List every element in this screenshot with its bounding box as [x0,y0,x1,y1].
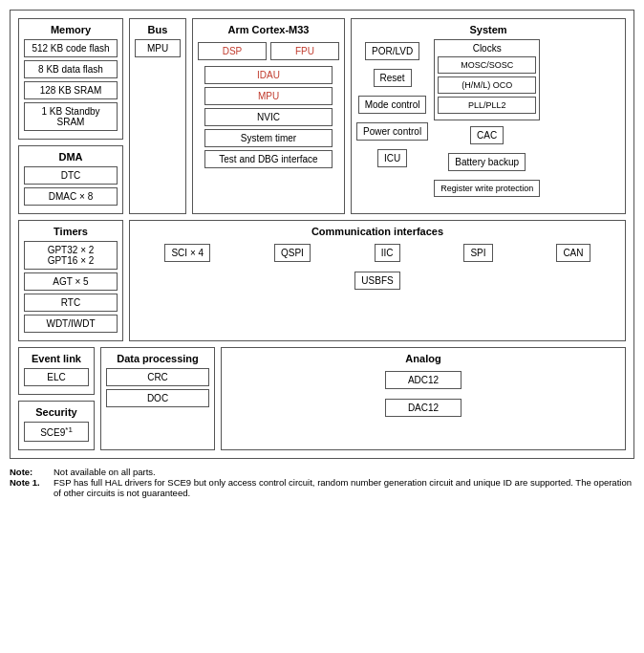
system-inner: POR/LVD Reset Mode control Power control… [356,39,620,200]
system-right-col: Clocks MOSC/SOSC (H/M/L) OCO PLL/PLL2 CA… [434,39,540,200]
sys-reset: Reset [374,69,412,87]
bus-item-0: MPU [135,39,181,57]
arm-systimer: System timer [204,129,332,147]
memory-item-2: 128 KB SRAM [24,81,118,99]
sys-porlvd: POR/LVD [365,42,419,60]
dma-section: DMA DTC DMAC × 8 [18,145,123,214]
left-bottom-stack: Event link ELC Security SCE9*1 [18,347,95,450]
analog-adc12: ADC12 [385,371,462,389]
main-diagram: Memory 512 KB code flash 8 KB data flash… [10,10,634,459]
top-row: Memory 512 KB code flash 8 KB data flash… [18,18,626,214]
sys-battery-backup: Battery backup [448,153,526,171]
event-title: Event link [24,353,89,364]
note-text: Not available on all parts. [54,467,156,477]
note1-row: Note 1. FSP has full HAL drivers for SCE… [10,477,634,498]
timers-section: Timers GPT32 × 2 GPT16 × 2 AGT × 5 RTC W… [18,220,123,341]
comm-iic: IIC [375,244,400,262]
sys-icu: ICU [377,149,407,167]
timers-title: Timers [24,226,118,237]
comm-can: CAN [556,244,590,262]
arm-nvic: NVIC [204,108,332,126]
timers-item-0: GPT32 × 2 GPT16 × 2 [24,241,118,270]
security-title: Security [24,406,89,418]
bus-title: Bus [135,24,181,35]
note1-text: FSP has full HAL drivers for SCE9 but on… [54,477,634,498]
system-left-col: POR/LVD Reset Mode control Power control… [356,39,428,200]
data-proc-crc: CRC [106,368,209,386]
analog-inner: ADC12 DAC12 [226,368,620,420]
sys-power-control: Power control [356,122,428,141]
comm-row1: SCI × 4 QSPI IIC SPI CAN [135,241,620,265]
memory-item-3: 1 KB Standby SRAM [24,102,118,131]
memory-item-1: 8 KB data flash [24,60,118,78]
arm-testdbg: Test and DBG interface [204,150,332,168]
sys-mosc: MOSC/SOSC [438,56,536,74]
timers-item-2: RTC [24,294,118,312]
data-proc-title: Data processing [106,353,209,364]
timers-item-3: WDT/IWDT [24,315,118,333]
note-label: Note: [10,467,48,477]
sys-reg-write-prot: Register write protection [434,180,540,197]
arm-title: Arm Cortex-M33 [198,24,339,35]
memory-item-0: 512 KB code flash [24,39,118,57]
memory-title: Memory [24,24,118,35]
note1-label: Note 1. [10,477,48,498]
memory-section: Memory 512 KB code flash 8 KB data flash… [18,18,123,140]
security-section: Security SCE9*1 [18,401,95,450]
analog-dac12: DAC12 [385,399,462,417]
system-section: System POR/LVD Reset Mode control Power … [351,18,626,214]
dma-item-1: DMAC × 8 [24,187,118,206]
data-proc-section: Data processing CRC DOC [100,347,215,450]
sys-mode-control: Mode control [358,96,427,114]
event-elc: ELC [24,368,89,386]
sys-hml-oco: (H/M/L) OCO [438,76,536,94]
comm-section: Communication interfaces SCI × 4 QSPI II… [129,220,626,341]
clocks-title: Clocks [438,43,536,54]
arm-mpu: MPU [204,87,332,105]
analog-title: Analog [226,353,620,364]
bus-section: Bus MPU [129,18,186,214]
bottom-row: Event link ELC Security SCE9*1 Data proc… [18,347,626,450]
data-proc-doc: DOC [106,389,209,407]
comm-title: Communication interfaces [135,226,620,237]
arm-section: Arm Cortex-M33 DSP FPU IDAU MPU NVIC Sys… [192,18,345,214]
middle-row: Timers GPT32 × 2 GPT16 × 2 AGT × 5 RTC W… [18,220,626,341]
sys-pll: PLL/PLL2 [438,97,536,114]
analog-section: Analog ADC12 DAC12 [221,347,626,450]
arm-idau: IDAU [204,66,332,84]
dma-title: DMA [24,151,118,163]
sys-cac: CAC [470,126,504,144]
comm-usbfs: USBFS [354,272,399,290]
timers-item-1: AGT × 5 [24,272,118,291]
notes-section: Note: Not available on all parts. Note 1… [10,467,634,498]
security-sce9: SCE9*1 [24,422,89,442]
event-section: Event link ELC [18,347,95,395]
dma-item-0: DTC [24,166,118,185]
arm-fpu: FPU [270,42,339,60]
comm-qspi: QSPI [274,244,311,262]
system-title: System [356,24,620,35]
comm-spi: SPI [463,244,492,262]
note-row: Note: Not available on all parts. [10,467,634,477]
clocks-group: Clocks MOSC/SOSC (H/M/L) OCO PLL/PLL2 [434,39,540,120]
comm-sci: SCI × 4 [164,244,210,262]
comm-row2: USBFS [135,269,620,293]
arm-dsp: DSP [198,42,267,60]
